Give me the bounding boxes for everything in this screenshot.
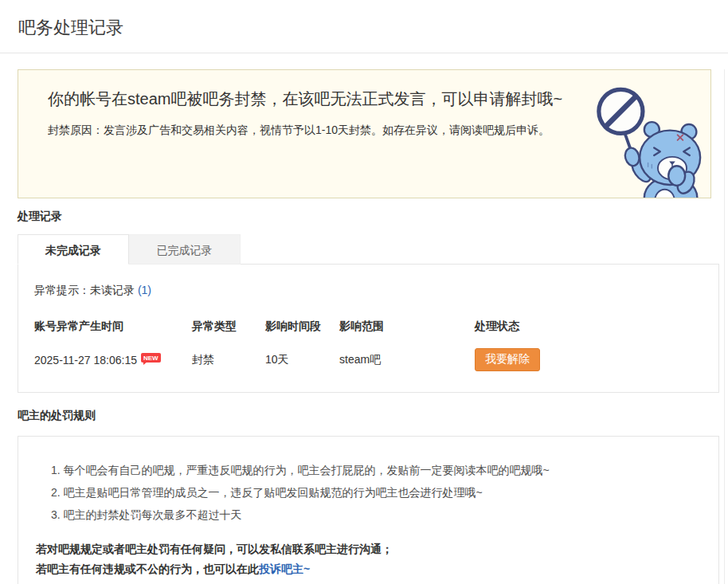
bear-mascot-with-no-sign-icon [581,80,703,198]
rules-list: 1. 每个吧会有自己的吧规，严重违反吧规的行为，吧主会打屁屁的，发贴前一定要阅读… [51,463,695,523]
rules-note-line2: 若吧主有任何违规或不公的行为，也可以在此投诉吧主~ [36,559,695,579]
ban-notice-banner: 你的帐号在steam吧被吧务封禁，在该吧无法正式发言，可以申请解封哦~ 封禁原因… [18,69,711,198]
unread-alert-line: 异常提示：未读记录 (1) [34,284,718,298]
records-table-header: 账号异常产生时间 异常类型 影响时间段 影响范围 处理状态 [34,319,718,334]
records-panel: 异常提示：未读记录 (1) 账号异常产生时间 异常类型 影响时间段 影响范围 处… [18,264,719,393]
page-body: 你的帐号在steam吧被吧务封禁，在该吧无法正式发言，可以申请解封哦~ 封禁原因… [0,69,725,584]
cell-duration: 10天 [265,353,339,367]
col-header-duration: 影响时间段 [265,319,339,334]
col-header-status: 处理状态 [475,319,718,334]
cell-scope: steam吧 [339,353,475,367]
rule-item-3: 3. 吧主的封禁处罚每次最多不超过十天 [51,508,695,523]
rule-item-1: 1. 每个吧会有自己的吧规，严重违反吧规的行为，吧主会打屁屁的，发贴前一定要阅读… [51,463,695,478]
page-header: 吧务处理记录 [0,0,728,53]
rules-section-title: 吧主的处罚规则 [18,409,724,423]
cell-type: 封禁 [192,353,265,367]
unread-count-link[interactable]: (1) [138,284,151,296]
new-badge: NEW [141,353,161,363]
complain-moderator-link[interactable]: 投诉吧主~ [259,562,310,575]
release-ban-button[interactable]: 我要解除 [475,348,540,371]
records-tabbar: 未完成记录 已完成记录 [18,234,724,265]
rules-note-line2-text: 若吧主有任何违规或不公的行为，也可以在此 [36,562,259,575]
col-header-scope: 影响范围 [339,319,475,334]
rule-item-2: 2. 吧主是贴吧日常管理的成员之一，违反了贴吧发回贴规范的行为吧主也会进行处理哦… [51,485,695,500]
col-header-time: 账号异常产生时间 [34,319,192,334]
cell-time: 2025-11-27 18:06:15NEW [34,354,192,366]
table-row: 2025-11-27 18:06:15NEW 封禁 10天 steam吧 我要解… [34,348,718,371]
col-header-type: 异常类型 [192,319,265,334]
ban-timestamp: 2025-11-27 18:06:15 [34,354,137,366]
records-section-title: 处理记录 [18,210,724,224]
tab-unfinished-records[interactable]: 未完成记录 [18,234,129,265]
unread-alert-text: 异常提示：未读记录 [34,284,135,296]
tab-finished-records[interactable]: 已完成记录 [129,234,241,265]
cell-action: 我要解除 [475,348,718,371]
rules-panel: 1. 每个吧会有自己的吧规，严重违反吧规的行为，吧主会打屁屁的，发贴前一定要阅读… [18,436,719,584]
rules-note: 若对吧规规定或者吧主处罚有任何疑问，可以发私信联系吧主进行沟通； 若吧主有任何违… [36,539,695,579]
rules-note-line1: 若对吧规规定或者吧主处罚有任何疑问，可以发私信联系吧主进行沟通； [36,539,695,559]
page-title: 吧务处理记录 [0,0,728,40]
